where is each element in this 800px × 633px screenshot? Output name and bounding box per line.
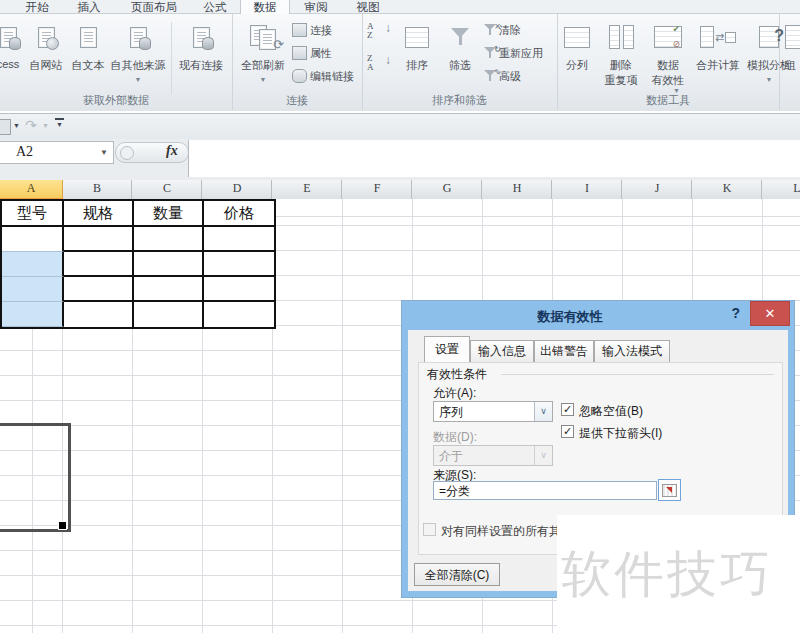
filter-button[interactable]: 筛选 — [440, 16, 480, 102]
group-button-partial[interactable]: 组 — [785, 16, 800, 102]
column-header-a[interactable]: A — [0, 180, 63, 200]
formula-input[interactable] — [188, 140, 800, 177]
cell-c1[interactable]: 数量 — [134, 201, 204, 227]
edit-links-button[interactable]: 编辑链接 — [292, 68, 354, 84]
cell-a3-selected[interactable] — [2, 252, 64, 277]
insert-function-button[interactable]: fx — [166, 143, 178, 159]
tab-home[interactable]: 开始 — [17, 0, 57, 13]
from-other-sources-button[interactable]: 自其他来源 ▼ — [106, 16, 170, 102]
name-box[interactable]: ▼ — [0, 141, 114, 164]
cell-d4[interactable] — [204, 277, 274, 302]
sort-descending-button[interactable]: Z A ↓ — [367, 54, 393, 80]
existing-connections-button[interactable]: 现有连接 — [173, 16, 229, 102]
dropdown-arrow-icon[interactable]: ▼ — [42, 122, 49, 129]
consolidate-button[interactable]: ⇄ 合并计算 — [691, 16, 745, 102]
cell-b3[interactable] — [64, 252, 134, 277]
name-box-dropdown-icon[interactable]: ▼ — [100, 148, 108, 157]
from-text-button[interactable]: 自文本 — [68, 16, 108, 102]
cell-c2[interactable] — [134, 227, 204, 252]
clear-filter-button[interactable]: ✕ 清除 — [484, 22, 521, 38]
clear-all-button[interactable]: 全部清除(C) — [414, 563, 500, 586]
redo-icon[interactable]: ↷ — [25, 117, 37, 133]
tab-formulas[interactable]: 公式 — [195, 0, 235, 13]
dialog-close-button[interactable]: ✕ — [750, 301, 790, 326]
web-page-icon — [24, 20, 68, 54]
customize-qat-icon[interactable]: ▼ — [55, 118, 64, 120]
source-input-field[interactable] — [437, 483, 651, 499]
dialog-tab-settings[interactable]: 设置 — [424, 336, 470, 362]
column-header[interactable]: J — [622, 181, 692, 196]
column-header[interactable]: C — [132, 181, 202, 196]
in-cell-dropdown-label: 提供下拉箭头(I) — [579, 425, 662, 442]
sort-button[interactable]: 排序 — [396, 16, 438, 102]
column-header[interactable]: L — [762, 181, 800, 196]
column-header[interactable]: G — [412, 181, 482, 196]
edit-links-icon — [292, 69, 307, 83]
other-sources-icon — [106, 20, 170, 54]
cell-a5-selected[interactable] — [2, 302, 64, 327]
dialog-tab-ime-mode[interactable]: 输入法模式 — [594, 340, 670, 362]
column-header[interactable]: I — [552, 181, 622, 196]
column-header[interactable]: B — [62, 181, 132, 196]
column-header[interactable]: K — [692, 181, 762, 196]
down-arrow-icon: ↓ — [385, 56, 391, 65]
tab-view[interactable]: 视图 — [348, 0, 388, 13]
cell-b5[interactable] — [64, 302, 134, 327]
formula-collapse-icon[interactable] — [120, 146, 134, 160]
text-to-columns-button[interactable]: 分列 — [559, 16, 595, 102]
properties-button[interactable]: 属性 — [292, 45, 332, 61]
connections-button[interactable]: 连接 — [292, 22, 332, 38]
dialog-tab-input-message[interactable]: 输入信息 — [470, 340, 534, 362]
tab-data[interactable]: 数据 — [240, 0, 290, 14]
name-box-input[interactable] — [14, 143, 78, 161]
refresh-all-button[interactable]: ⟳ 全部刷新 ▼ — [236, 16, 290, 102]
cell-a1[interactable]: 型号 — [2, 201, 64, 227]
cell-c5[interactable] — [134, 302, 204, 327]
qat-partial-icon[interactable] — [0, 119, 11, 135]
cell-b4[interactable] — [64, 277, 134, 302]
cell-d3[interactable] — [204, 252, 274, 277]
remove-duplicates-button[interactable]: 删除 重复项 — [597, 16, 645, 102]
column-header-row: A B C D E F G H I J K L — [0, 180, 800, 200]
range-picker-button[interactable] — [658, 479, 681, 501]
column-header[interactable]: F — [342, 181, 412, 196]
cell-d5[interactable] — [204, 302, 274, 327]
cell-d1[interactable]: 价格 — [204, 201, 274, 227]
cell-b2[interactable] — [64, 227, 134, 252]
cell-a4-selected[interactable] — [2, 277, 64, 302]
cell-c3[interactable] — [134, 252, 204, 277]
sort-ascending-button[interactable]: A Z ↓ — [367, 22, 393, 48]
column-header[interactable]: E — [272, 181, 342, 196]
fill-handle[interactable] — [58, 521, 67, 530]
from-web-button[interactable]: 自网站 — [24, 16, 68, 102]
cell-a2-active[interactable] — [2, 227, 64, 252]
source-input[interactable] — [433, 481, 657, 500]
sort-icon — [396, 20, 438, 54]
advanced-filter-button[interactable]: ✎ 高级 — [484, 68, 521, 84]
access-database-icon — [0, 20, 22, 54]
cell-c4[interactable] — [134, 277, 204, 302]
allow-dropdown[interactable]: 序列 ∨ — [433, 401, 553, 422]
apply-all-checkbox[interactable] — [423, 523, 436, 536]
ignore-blank-label: 忽略空值(B) — [579, 403, 643, 420]
dialog-tab-error-alert[interactable]: 出错警告 — [534, 340, 594, 362]
ignore-blank-checkbox[interactable]: ✓ — [561, 403, 574, 416]
dropdown-arrow-icon[interactable]: ▼ — [13, 122, 20, 129]
chevron-down-icon[interactable]: ∨ — [534, 402, 552, 421]
group-outline-partial: 组 — [779, 14, 800, 110]
cell-b1[interactable]: 规格 — [64, 201, 134, 227]
data-validation-button[interactable]: ✔⊘ 数据 有效性 ▼ — [645, 16, 691, 102]
column-header[interactable]: D — [202, 181, 272, 196]
tab-review[interactable]: 审阅 — [296, 0, 336, 13]
text-to-columns-icon — [559, 20, 595, 54]
column-header[interactable]: H — [482, 181, 552, 196]
tab-insert[interactable]: 插入 — [69, 0, 109, 13]
tab-page-layout[interactable]: 页面布局 — [117, 0, 191, 13]
down-arrow-icon: ↓ — [385, 24, 391, 33]
from-access-button[interactable]: cess — [0, 16, 22, 102]
in-cell-dropdown-checkbox[interactable]: ✓ — [561, 425, 574, 438]
cell-d2[interactable] — [204, 227, 274, 252]
connections-icon — [292, 23, 307, 37]
reapply-button[interactable]: ↻ 重新应用 — [484, 45, 543, 61]
dialog-help-button[interactable]: ? — [731, 305, 740, 321]
